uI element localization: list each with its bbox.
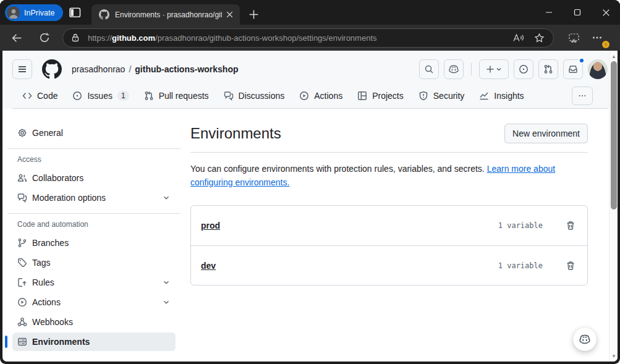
settings-menu-icon[interactable]: ↑	[588, 29, 606, 46]
tab-projects[interactable]: Projects	[352, 83, 409, 108]
breadcrumb-separator: /	[129, 64, 131, 74]
sidebar-item-environments[interactable]: Environments	[12, 332, 176, 351]
tab-actions[interactable]: Actions	[294, 83, 347, 108]
scroll-down-icon[interactable]: ▼	[609, 352, 618, 360]
environment-row[interactable]: prod 1 variable	[191, 206, 587, 245]
user-avatar[interactable]	[588, 59, 608, 79]
inprivate-badge[interactable]: InPrivate	[5, 4, 63, 21]
browser-titlebar: InPrivate Environments · prasadhonrao/gi…	[0, 0, 620, 25]
environments-list: prod 1 variable dev 1 variable	[190, 205, 588, 286]
copilot-floating-button[interactable]	[573, 328, 597, 351]
read-aloud-icon[interactable]	[510, 30, 526, 46]
web-capture-icon[interactable]	[565, 29, 582, 46]
tag-icon	[17, 258, 27, 268]
chevron-down-icon	[162, 193, 171, 202]
sidebar-item-rules[interactable]: Rules	[12, 273, 176, 292]
browser-toolbar: https://github.com/prasadhonrao/github-a…	[0, 25, 620, 51]
address-bar[interactable]: https://github.com/prasadhonrao/github-a…	[62, 28, 554, 48]
environment-row[interactable]: dev 1 variable	[191, 245, 587, 285]
tab-discussions-label: Discussions	[239, 91, 285, 101]
nav-overflow-button[interactable]	[572, 87, 593, 105]
tab-actions-icon[interactable]	[68, 6, 82, 19]
settings-sidebar: General Access Collaborators Moderation …	[2, 109, 185, 362]
github-favicon	[99, 9, 109, 20]
environment-name-link[interactable]: prod	[201, 221, 498, 231]
sidebar-section-access: Access	[17, 155, 176, 164]
copilot-button[interactable]	[444, 59, 464, 79]
sidebar-item-moderation-options-label: Moderation options	[32, 193, 106, 203]
scroll-up-icon[interactable]: ▲	[609, 52, 618, 61]
tab-insights[interactable]: Insights	[474, 83, 529, 108]
environment-variable-count: 1 variable	[498, 261, 543, 270]
issues-counter: 1	[117, 91, 129, 101]
scrollbar-thumb[interactable]	[611, 61, 617, 210]
delete-environment-button[interactable]	[564, 219, 577, 232]
close-window-button[interactable]	[592, 0, 620, 25]
tab-close-icon[interactable]	[224, 9, 235, 20]
sidebar-divider	[7, 213, 180, 214]
search-button[interactable]	[419, 59, 439, 79]
sidebar-item-webhooks[interactable]: Webhooks	[12, 313, 176, 331]
comment-discussion-icon	[224, 91, 234, 101]
new-tab-button[interactable]	[246, 7, 261, 22]
notification-dot	[579, 57, 585, 64]
pull-requests-header-button[interactable]	[538, 59, 558, 79]
sidebar-section-code-automation: Code and automation	[17, 220, 176, 229]
sidebar-item-webhooks-label: Webhooks	[32, 317, 73, 327]
browser-window: InPrivate Environments · prasadhonrao/gi…	[0, 0, 620, 364]
tab-discussions[interactable]: Discussions	[219, 83, 290, 108]
git-pull-request-icon	[144, 91, 154, 101]
tab-code-label: Code	[37, 91, 57, 101]
maximize-button[interactable]	[563, 0, 592, 25]
inprivate-label: InPrivate	[24, 9, 54, 17]
favorites-star-icon[interactable]	[531, 30, 547, 46]
tab-security[interactable]: Security	[414, 83, 470, 108]
url-path: /prasadhonrao/github-actions-workshop/se…	[155, 33, 376, 43]
description-text: You can configure environments with prot…	[190, 164, 485, 174]
tab-code[interactable]: Code	[17, 83, 62, 108]
minimize-button[interactable]	[535, 0, 563, 25]
sidebar-item-moderation-options[interactable]: Moderation options	[12, 188, 176, 207]
environments-description: You can configure environments with prot…	[190, 163, 561, 189]
tab-pull-requests[interactable]: Pull requests	[139, 83, 214, 108]
url-text[interactable]: https://github.com/prasadhonrao/github-a…	[88, 33, 505, 43]
refresh-button[interactable]	[35, 28, 54, 47]
back-button[interactable]	[7, 28, 26, 47]
webhook-icon	[17, 317, 27, 327]
url-domain: github.com	[112, 33, 155, 43]
sidebar-item-tags[interactable]: Tags	[12, 253, 176, 272]
sidebar-item-branches[interactable]: Branches	[12, 234, 176, 252]
tab-actions-label: Actions	[314, 91, 342, 101]
play-icon	[17, 297, 27, 307]
github-header: prasadhonrao / github-actions-workshop	[2, 51, 618, 109]
breadcrumb-repo-link[interactable]: github-actions-workshop	[135, 64, 238, 74]
lock-icon[interactable]	[70, 33, 80, 43]
issues-header-button[interactable]	[514, 59, 533, 79]
sidebar-divider	[7, 148, 180, 149]
shield-icon	[418, 91, 428, 101]
create-new-button[interactable]	[479, 59, 509, 79]
breadcrumb: prasadhonrao / github-actions-workshop	[72, 64, 239, 74]
sidebar-item-environments-label: Environments	[32, 337, 90, 347]
breadcrumb-owner-link[interactable]: prasadhonrao	[72, 64, 125, 74]
sidebar-item-actions-label: Actions	[32, 297, 61, 307]
tab-pull-requests-label: Pull requests	[159, 91, 209, 101]
github-logo[interactable]	[42, 59, 62, 79]
browser-tab[interactable]: Environments · prasadhonrao/gith	[91, 4, 240, 25]
page-title: Environments	[190, 125, 281, 142]
sidebar-item-actions[interactable]: Actions	[12, 293, 176, 311]
hamburger-menu-button[interactable]	[12, 59, 32, 79]
sidebar-item-tags-label: Tags	[32, 258, 51, 268]
new-environment-button[interactable]: New environment	[504, 124, 588, 143]
git-branch-icon	[17, 238, 27, 248]
code-icon	[22, 91, 32, 101]
tab-insights-label: Insights	[494, 91, 524, 101]
delete-environment-button[interactable]	[564, 259, 577, 273]
environment-name-link[interactable]: dev	[201, 261, 498, 271]
repo-nav: Code Issues 1 Pull requests Discussions	[12, 80, 608, 108]
sidebar-item-general[interactable]: General	[12, 124, 176, 142]
tab-projects-label: Projects	[372, 91, 404, 101]
tab-issues[interactable]: Issues 1	[67, 83, 134, 108]
page-scrollbar[interactable]: ▲ ▼	[609, 51, 618, 362]
sidebar-item-collaborators[interactable]: Collaborators	[12, 169, 176, 187]
